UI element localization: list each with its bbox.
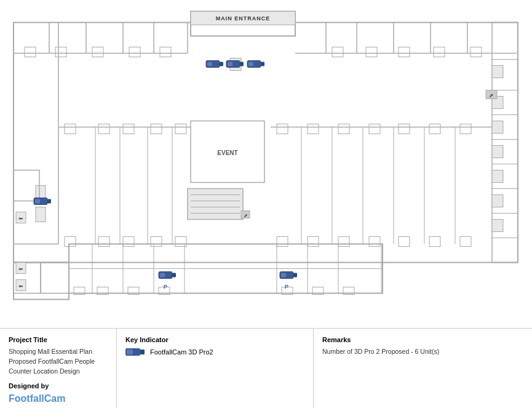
camera-icon xyxy=(125,347,145,357)
key-indicator-label: FootfallCam 3D Pro2 xyxy=(150,348,213,356)
project-title-label: Project Title xyxy=(9,336,108,343)
svg-rect-40 xyxy=(492,121,503,134)
svg-rect-145 xyxy=(127,350,133,354)
svg-rect-125 xyxy=(207,62,212,66)
main-container: MAIN ENTRANCE xyxy=(0,0,532,408)
svg-rect-128 xyxy=(228,62,232,66)
svg-text:⬅: ⬅ xyxy=(18,215,23,222)
floor-plan-svg: MAIN ENTRANCE xyxy=(0,0,532,328)
svg-rect-41 xyxy=(492,146,503,158)
svg-rect-38 xyxy=(492,66,503,78)
floor-plan-area: MAIN ENTRANCE xyxy=(0,0,532,328)
svg-text:⬅: ⬅ xyxy=(18,266,23,272)
svg-text:⬅: ⬅ xyxy=(18,283,23,289)
svg-rect-130 xyxy=(261,62,264,66)
svg-text:P: P xyxy=(164,284,167,290)
svg-rect-50 xyxy=(36,207,46,222)
key-indicator-section: Key Indicator FootfallCam 3D Pro2 xyxy=(117,329,314,408)
svg-text:⬈: ⬈ xyxy=(489,92,494,98)
svg-rect-124 xyxy=(220,62,223,66)
svg-rect-131 xyxy=(248,62,253,66)
project-section: Project Title Shopping Mall Essential Pl… xyxy=(0,329,117,408)
svg-rect-44 xyxy=(492,220,503,232)
svg-rect-137 xyxy=(160,273,165,278)
svg-rect-43 xyxy=(492,195,503,207)
svg-text:P: P xyxy=(285,284,288,290)
svg-rect-140 xyxy=(281,273,286,278)
svg-text:MAIN ENTRANCE: MAIN ENTRANCE xyxy=(216,15,271,22)
key-indicator-row: FootfallCam 3D Pro2 xyxy=(125,347,304,357)
svg-rect-139 xyxy=(293,273,297,278)
remarks-title: Remarks xyxy=(322,336,523,343)
project-line3: Counter Location Design xyxy=(9,367,108,377)
svg-rect-90 xyxy=(188,189,243,220)
remarks-content: Number of 3D Pro 2 Proposed - 6 Unit(s) xyxy=(322,347,523,357)
svg-rect-134 xyxy=(35,199,40,204)
svg-rect-42 xyxy=(492,170,503,183)
svg-rect-144 xyxy=(140,350,145,354)
brand-logo: FootfallCam xyxy=(9,393,108,404)
remarks-section: Remarks Number of 3D Pro 2 Proposed - 6 … xyxy=(314,329,532,408)
svg-text:⬈: ⬈ xyxy=(244,213,248,218)
svg-rect-133 xyxy=(47,199,51,204)
project-line2: Proposed FootfallCam People xyxy=(9,357,108,367)
info-panel: Project Title Shopping Mall Essential Pl… xyxy=(0,328,532,408)
designed-by-label: Designed by xyxy=(9,382,108,390)
key-indicator-title: Key Indicator xyxy=(125,336,304,343)
project-content: Shopping Mall Essential Plan Proposed Fo… xyxy=(9,347,108,376)
project-line1: Shopping Mall Essential Plan xyxy=(9,347,108,357)
svg-rect-136 xyxy=(172,273,176,278)
svg-rect-0 xyxy=(0,4,532,324)
svg-text:EVENT: EVENT xyxy=(217,150,237,156)
svg-rect-127 xyxy=(240,62,244,66)
